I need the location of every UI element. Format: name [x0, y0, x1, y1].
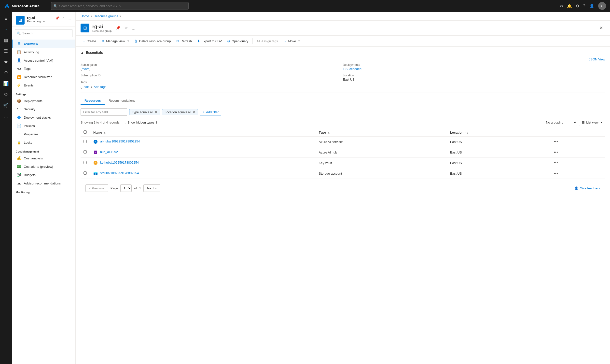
nav-item-costalerts[interactable]: 💵 Cost alerts (preview) [12, 162, 75, 171]
advisor-rail-icon[interactable]: ⚙ [1, 89, 11, 99]
gear-icon[interactable]: ⚙ [576, 4, 579, 8]
assign-tags-button[interactable]: 🏷 Assign tags [254, 38, 280, 44]
essentials-header[interactable]: ▲ Essentials [81, 51, 605, 55]
json-view-link[interactable]: JSON View [589, 57, 605, 61]
previous-button[interactable]: < Previous [85, 184, 108, 192]
row-more-button[interactable]: ••• [552, 139, 559, 144]
monitor-icon[interactable]: 📊 [1, 79, 11, 88]
dashboard-icon[interactable]: ▦ [1, 35, 11, 45]
sidebar-search-input[interactable] [15, 29, 72, 37]
nav-item-events[interactable]: ⚡ Events [12, 81, 75, 89]
top-search-input[interactable] [51, 2, 189, 10]
delete-resource-group-button[interactable]: 🗑 Delete resource group [132, 38, 173, 44]
type-filter-close[interactable]: ✕ [155, 111, 157, 114]
nav-item-advisor[interactable]: ☁ Advisor recommendations [12, 179, 75, 187]
more-toolbar-button[interactable]: ... [303, 38, 310, 44]
nav-item-overview[interactable]: ⊞ Overview [12, 40, 75, 48]
content-area: ▲ Essentials JSON View Subscription (mov… [76, 47, 610, 199]
subscription-move-link[interactable]: move [82, 67, 89, 71]
give-feedback-icon: 👤 [574, 186, 578, 190]
breadcrumb-resource-groups[interactable]: Resource groups [94, 14, 118, 18]
add-tags-link[interactable]: Add tags [94, 85, 106, 89]
page-number-select[interactable]: 1 [120, 184, 132, 192]
nav-item-deployments[interactable]: 📦 Deployments [12, 97, 75, 105]
nav-item-deploymentstacks[interactable]: 🔷 Deployment stacks [12, 113, 75, 122]
nav-item-budgets[interactable]: 💱 Budgets [12, 171, 75, 179]
export-csv-button[interactable]: ⬇ Export to CSV [195, 38, 224, 44]
nav-item-tags[interactable]: 🏷 Tags [12, 65, 75, 73]
resource-name-link[interactable]: hub_ai-1092 [100, 150, 118, 154]
resource-name-link[interactable]: ai-hubai1092259178802254 [100, 140, 140, 143]
marketplace-icon[interactable]: 🛒 [1, 100, 11, 110]
nav-item-properties[interactable]: ☰ Properties [12, 130, 75, 138]
hidden-types-checkbox[interactable] [123, 121, 126, 124]
tab-recommendations[interactable]: Recommendations [105, 97, 139, 105]
select-all-checkbox[interactable] [83, 130, 87, 134]
move-button[interactable]: → Move ▾ [281, 38, 303, 44]
deployments-link[interactable]: 1 Succeeded [343, 67, 361, 71]
close-button[interactable]: ✕ [597, 24, 605, 32]
question-icon[interactable]: ? [583, 4, 585, 8]
nav-item-iam[interactable]: 👤 Access control (IAM) [12, 56, 75, 65]
nav-item-security[interactable]: 🛡 Security [12, 105, 75, 113]
name-header[interactable]: Name ↑↓ [90, 128, 316, 137]
row-checkbox[interactable] [83, 161, 87, 164]
rg-info: rg-ai Resource group [27, 16, 52, 23]
tags-edit-link[interactable]: edit [83, 85, 89, 89]
nav-item-locks[interactable]: 🔒 Locks [12, 138, 75, 147]
essentials-tags: Tags (edit) Add tags [81, 81, 343, 89]
more-page-icon[interactable]: … [130, 25, 137, 31]
top-search-icon: 🔍 [54, 4, 57, 8]
nav-item-policies[interactable]: 📄 Policies [12, 122, 75, 130]
type-header[interactable]: Type ↑↓ [316, 128, 447, 137]
locks-icon: 🔒 [16, 140, 21, 145]
recent-icon[interactable]: ⊙ [1, 68, 11, 78]
avatar[interactable]: U [598, 2, 606, 10]
nav-item-activitylog[interactable]: 📋 Activity log [12, 48, 75, 56]
row-actions-cell: ••• [549, 158, 605, 168]
tab-resources[interactable]: Resources [81, 97, 105, 105]
hamburger-icon[interactable]: ≡ [1, 14, 11, 24]
pin-page-icon[interactable]: 📌 [114, 25, 122, 31]
manage-view-button[interactable]: ⚙ Manage view ▾ [99, 38, 131, 44]
essentials-deployments: Deployments 1 Succeeded [343, 63, 605, 71]
more-options-icon[interactable]: … [67, 16, 71, 21]
breadcrumb-home[interactable]: Home [81, 14, 89, 18]
row-checkbox[interactable] [83, 140, 87, 143]
location-header[interactable]: Location ↑↓ [447, 128, 549, 137]
grouping-select[interactable]: No grouping [543, 119, 577, 126]
next-button[interactable]: Next > [143, 184, 160, 192]
tags-row: (edit) Add tags [81, 85, 343, 89]
row-more-button[interactable]: ••• [552, 150, 559, 155]
row-type-cell: Key vault [316, 158, 447, 168]
more-rail-icon[interactable]: … [1, 111, 11, 121]
home-icon[interactable]: ⌂ [1, 25, 11, 34]
row-more-button[interactable]: ••• [552, 160, 559, 166]
rg-icon: ⊞ [16, 16, 25, 25]
list-view-button[interactable]: ☰ List view ▾ [579, 119, 605, 126]
filter-field-input[interactable] [81, 108, 127, 116]
favorites-icon[interactable]: ★ [1, 57, 11, 67]
give-feedback-button[interactable]: 👤 Give feedback [574, 186, 600, 190]
table-row: H hub_ai-1092 Azure AI hub East US ••• [81, 147, 605, 158]
row-checkbox[interactable] [83, 150, 87, 154]
add-filter-button[interactable]: + Add filter [200, 109, 221, 115]
bell-icon[interactable]: 🔔 [567, 4, 572, 8]
resource-name-link[interactable]: sthubai1092259178802254 [100, 171, 139, 175]
envelope-icon[interactable]: ✉ [560, 4, 563, 8]
pin-icon[interactable]: 📌 [55, 16, 60, 21]
row-more-button[interactable]: ••• [552, 171, 559, 176]
resource-name-link[interactable]: kv-hubai109259178802254 [100, 161, 139, 164]
row-checkbox[interactable] [83, 171, 87, 175]
create-button[interactable]: + Create [81, 38, 98, 44]
location-filter-close[interactable]: ✕ [193, 111, 195, 114]
nav-item-costanalysis[interactable]: 💰 Cost analysis [12, 154, 75, 162]
refresh-button[interactable]: ↻ Refresh [174, 38, 194, 44]
open-query-button[interactable]: ⊙ Open query [225, 38, 251, 44]
svg-text:H: H [95, 151, 97, 154]
feedback-icon[interactable]: 👤 [589, 4, 594, 8]
favorite-icon[interactable]: ☆ [61, 16, 66, 21]
services-icon[interactable]: ☰ [1, 46, 11, 56]
nav-item-visualizer[interactable]: 🔀 Resource visualizer [12, 73, 75, 81]
star-page-icon[interactable]: ☆ [123, 25, 129, 31]
